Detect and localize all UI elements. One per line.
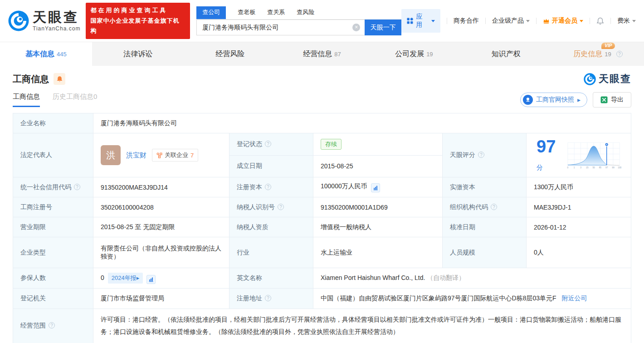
tianyancha-logo-icon	[584, 73, 596, 85]
help-icon[interactable]: ?	[478, 152, 484, 158]
official-snapshot-button[interactable]: 工商官网快照 ▸	[520, 93, 587, 107]
tab-legal[interactable]: 法律诉讼	[92, 42, 184, 66]
tab-ip[interactable]: 知识产权	[460, 42, 552, 66]
search-button[interactable]: 天眼一下	[365, 20, 401, 35]
watermark-brand-name: 天眼查	[599, 72, 631, 86]
tab-risk[interactable]: 经营风险	[184, 42, 276, 66]
score-tick: 97	[605, 167, 608, 169]
arrow-right-icon: ▸	[137, 274, 140, 281]
tab-basic-info[interactable]: 基本信息 445	[0, 42, 92, 66]
reg-status-value: 存续	[313, 133, 443, 156]
score-tick: 15	[586, 167, 589, 169]
credit-code-label: 统一社会信用代码?	[13, 177, 93, 197]
insured-chart-icon[interactable]	[146, 275, 156, 284]
score-label: 天眼评分?	[443, 133, 527, 177]
search-tab-relation[interactable]: 查关系	[267, 6, 285, 19]
search-input[interactable]	[196, 20, 365, 35]
help-icon[interactable]: ?	[265, 141, 271, 147]
company-name-value: 厦门港务海顺码头有限公司	[93, 113, 631, 133]
legal-rep-link[interactable]: 洪宝财	[126, 151, 146, 160]
score-tick: 85	[599, 167, 602, 169]
staff-size-label: 人员规模	[443, 237, 527, 268]
related-company-badge[interactable]: 关联企业 7	[152, 149, 198, 162]
arrow-right-icon: ▸	[577, 96, 581, 103]
avatar[interactable]: 洪	[101, 145, 121, 165]
score-value: 97分	[537, 138, 558, 172]
tab-count: 19	[426, 51, 433, 58]
tianyancha-logo-icon	[8, 10, 29, 31]
industry-value: 水上运输业	[313, 237, 443, 268]
score-tick: 100	[618, 167, 621, 169]
help-icon[interactable]: ?	[491, 204, 497, 210]
help-icon[interactable]: ?	[278, 204, 284, 210]
search-tab-risk[interactable]: 查风险	[297, 6, 314, 19]
capital-chart-icon[interactable]	[371, 183, 380, 192]
score-tick: 1	[574, 167, 575, 169]
export-button[interactable]: 导出	[593, 92, 631, 108]
search-block: 查公司 查老板 查关系 查风险 × 天眼一下	[196, 6, 401, 35]
main-content: 工商信息 天眼查 工商信息 历史工商信息0	[0, 72, 644, 343]
user-menu[interactable]: 费米	[617, 17, 636, 25]
auto-translate-note: （自动翻译）	[427, 274, 465, 281]
help-icon[interactable]: ?	[74, 184, 80, 190]
subtab-business-info[interactable]: 工商信息	[13, 93, 40, 107]
apps-label: 应用	[416, 13, 429, 29]
subscribe-bell-button[interactable]	[54, 73, 65, 85]
brand-logo[interactable]: 天眼查 TianYanCha.com	[8, 10, 80, 31]
help-icon[interactable]: ?	[265, 295, 271, 301]
nearby-companies-link[interactable]: 附近公司	[561, 294, 587, 302]
company-type-label: 企业类型	[13, 237, 93, 268]
vip-label: 开通会员	[552, 17, 577, 25]
table-row: 经营范围? 许可项目：港口经营。（依法须经批准的项目，经相关部门批准后方可开展经…	[13, 309, 631, 343]
apps-grid-icon	[407, 18, 413, 24]
tab-label: 历史信息	[573, 50, 602, 58]
table-row: 企业名称 厦门港务海顺码头有限公司	[13, 113, 631, 133]
business-scope-label: 经营范围?	[13, 309, 93, 343]
username: 费米	[617, 17, 630, 25]
credit-code-value: 91350200MAE3J9DJ14	[93, 177, 229, 197]
reg-number-value: 350206100004208	[93, 197, 229, 217]
taxpayer-quality-value: 增值税一般纳税人	[313, 217, 443, 237]
score-distribution-chart[interactable]: 0 1 3 15 50 85 97 99 100	[565, 139, 624, 172]
help-icon[interactable]: ?	[616, 51, 623, 57]
notifications-button[interactable]	[596, 17, 604, 25]
brand-name: 天眼查	[33, 10, 80, 24]
cooperation-link[interactable]: 商务合作	[454, 17, 479, 25]
insured-count-value: 02024年报▸	[93, 268, 229, 289]
snapshot-label: 工商官网快照	[536, 96, 574, 104]
subtab-history-info[interactable]: 历史工商信息0	[53, 93, 97, 107]
divider	[536, 18, 537, 24]
table-row: 参保人数 02024年报▸ 英文名称 Xiamen Port Haishun W…	[13, 268, 631, 289]
chevron-down-icon	[580, 20, 583, 22]
tab-operation[interactable]: 经营信息 87	[276, 42, 368, 66]
table-row: 营业期限 2015-08-25 至 无固定期限 纳税人资质 增值税一般纳税人 核…	[13, 217, 631, 237]
help-icon[interactable]: ?	[265, 184, 271, 190]
chevron-down-icon	[632, 20, 636, 22]
slogan-badge: 都在用的商业查询工具 国家中小企业发展子基金旗下机构	[86, 3, 190, 39]
search-tab-boss[interactable]: 查老板	[238, 6, 255, 19]
section-subtabs: 工商信息 历史工商信息0	[13, 93, 97, 107]
search-tabs: 查公司 查老板 查关系 查风险	[196, 6, 401, 20]
enterprise-label: 企业级产品	[492, 17, 524, 25]
search-tab-company[interactable]: 查公司	[196, 6, 226, 19]
business-term-value: 2015-08-25 至 无固定期限	[93, 217, 229, 237]
tab-count: 445	[57, 51, 67, 58]
enterprise-menu[interactable]: 企业级产品	[492, 17, 530, 25]
company-tab-bar: 基本信息 445 法律诉讼 经营风险 经营信息 87 公司发展 19 知识产权 …	[0, 42, 644, 66]
table-row: 企业类型 有限责任公司（非自然人投资或控股的法人独资） 行业 水上运输业 人员规…	[13, 237, 631, 268]
help-icon[interactable]: ?	[49, 322, 55, 328]
score-tick: 0	[567, 167, 569, 169]
annual-report-badge[interactable]: 2024年报▸	[108, 273, 143, 284]
table-row: 法定代表人 洪 洪宝财 关联企业 7	[13, 133, 631, 156]
approval-date-label: 核准日期	[443, 217, 527, 237]
vip-menu[interactable]: 开通会员	[543, 17, 583, 25]
org-code-value: MAE3J9DJ-1	[527, 197, 631, 217]
divider	[447, 18, 447, 24]
apps-menu[interactable]: 应用	[401, 9, 440, 33]
staff-size-value: 0人	[527, 237, 631, 268]
header-right-nav: 应用 商务合作 企业级产品 开通会员 费米	[401, 9, 636, 33]
tab-development[interactable]: 公司发展 19	[368, 42, 460, 66]
industry-label: 行业	[229, 237, 313, 268]
org-network-icon	[156, 152, 162, 158]
tab-history[interactable]: 历史信息 VIP 19 ?	[552, 42, 644, 66]
